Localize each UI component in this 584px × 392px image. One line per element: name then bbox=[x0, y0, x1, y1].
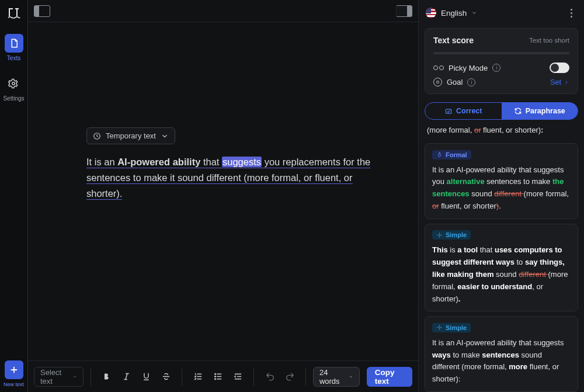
picky-mode-label: Picky Mode bbox=[449, 64, 488, 72]
info-icon[interactable]: i bbox=[467, 78, 475, 86]
target-icon bbox=[433, 78, 442, 86]
format-group bbox=[98, 368, 175, 386]
badge-formal: Formal bbox=[432, 150, 471, 159]
suggestion-text: It is an AI-powered ability that suggest… bbox=[432, 164, 571, 213]
right-panel: English Text score Text too short Picky … bbox=[418, 0, 584, 392]
suggestion-card-simple-1[interactable]: Simple This is a tool that uses computer… bbox=[425, 224, 578, 311]
score-progress-bar bbox=[433, 52, 569, 54]
strikethrough-button[interactable] bbox=[157, 368, 175, 386]
gear-icon bbox=[4, 74, 23, 93]
svg-point-4 bbox=[214, 379, 215, 380]
unordered-list-button[interactable] bbox=[209, 368, 227, 386]
svg-rect-5 bbox=[446, 109, 451, 113]
goal-label: Goal bbox=[447, 78, 463, 86]
document-icon bbox=[5, 34, 23, 53]
refresh-icon bbox=[514, 107, 522, 115]
svg-point-6 bbox=[439, 234, 440, 236]
svg-point-7 bbox=[439, 327, 440, 328]
editor-area: Temporary text It is an AI-powered abili… bbox=[28, 0, 418, 392]
tab-correct[interactable]: Correct bbox=[425, 103, 502, 119]
suggestion-text: It is an AI-powered ability that suggest… bbox=[432, 337, 571, 386]
right-topbar: English bbox=[419, 0, 584, 26]
underline-button[interactable] bbox=[137, 368, 155, 386]
chevron-down-icon bbox=[72, 374, 77, 380]
arrows-in-icon bbox=[436, 232, 443, 238]
glasses-icon bbox=[433, 65, 444, 70]
list-group bbox=[189, 368, 246, 386]
suggestions-list: (more formal, or fluent, or shorter): Fo… bbox=[419, 124, 584, 392]
language-selector[interactable]: English bbox=[426, 8, 477, 18]
text-score-card: Text score Text too short Picky Mode i G… bbox=[425, 28, 578, 94]
chevron-down-icon bbox=[349, 374, 353, 380]
chevron-down-icon bbox=[471, 10, 477, 16]
chevron-right-icon bbox=[564, 79, 569, 85]
text-score-title: Text score bbox=[433, 36, 474, 45]
editor-content[interactable]: It is an AI-powered ability that suggest… bbox=[86, 154, 383, 202]
redo-button[interactable] bbox=[281, 368, 298, 386]
set-goal-link[interactable]: Set bbox=[550, 78, 569, 86]
new-text-label: New text bbox=[4, 381, 24, 387]
suggestion-card-formal[interactable]: Formal It is an AI-powered ability that … bbox=[425, 143, 578, 219]
text-selection: suggests bbox=[222, 157, 262, 167]
copy-text-button[interactable]: Copy text bbox=[367, 367, 412, 387]
rail-label: Texts bbox=[7, 55, 20, 61]
suggestion-card-simple-2[interactable]: Simple It is an AI-powered ability that … bbox=[425, 316, 578, 392]
picky-mode-toggle[interactable] bbox=[550, 63, 569, 73]
badge-simple: Simple bbox=[432, 323, 471, 332]
divider bbox=[182, 368, 182, 386]
divider bbox=[91, 368, 91, 386]
toggle-left-panel-icon[interactable] bbox=[34, 5, 50, 17]
rail-label: Settings bbox=[3, 95, 24, 102]
editor-topbar bbox=[28, 0, 418, 22]
undo-button[interactable] bbox=[261, 368, 279, 386]
arrows-in-icon bbox=[436, 324, 443, 331]
document-title: Temporary text bbox=[106, 131, 156, 140]
new-text-button[interactable] bbox=[5, 360, 23, 379]
svg-point-3 bbox=[214, 376, 215, 377]
flag-us-icon bbox=[426, 8, 436, 18]
chevron-down-icon bbox=[161, 132, 169, 140]
info-icon[interactable]: i bbox=[492, 64, 500, 72]
toggle-right-panel-icon[interactable] bbox=[396, 5, 412, 17]
document-title-chip[interactable]: Temporary text bbox=[86, 127, 175, 144]
bold-button[interactable] bbox=[98, 368, 115, 386]
tab-paraphrase[interactable]: Paraphrase bbox=[502, 103, 578, 119]
divider bbox=[305, 368, 306, 386]
bottom-toolbar: Select text 24 words Copy text bbox=[28, 360, 418, 392]
divider bbox=[253, 368, 254, 386]
svg-point-0 bbox=[12, 82, 15, 85]
suggestion-text: This is a tool that uses computers to su… bbox=[432, 244, 571, 305]
badge-simple: Simple bbox=[432, 230, 471, 240]
italic-button[interactable] bbox=[117, 368, 135, 386]
tie-icon bbox=[436, 151, 443, 158]
ordered-list-button[interactable] bbox=[189, 368, 207, 386]
select-text-dropdown[interactable]: Select text bbox=[34, 367, 84, 387]
more-menu-button[interactable] bbox=[565, 9, 577, 18]
svg-point-2 bbox=[214, 373, 215, 374]
rail-item-texts[interactable]: Texts bbox=[5, 34, 23, 61]
suggestion-fragment: (more formal, or fluent, or shorter): bbox=[425, 124, 578, 138]
clock-icon bbox=[93, 132, 101, 140]
history-group bbox=[261, 368, 298, 386]
editor-body[interactable]: Temporary text It is an AI-powered abili… bbox=[28, 22, 418, 360]
text-score-note: Text too short bbox=[529, 37, 569, 44]
left-rail: Texts Settings New text bbox=[0, 0, 28, 392]
check-badge-icon bbox=[444, 107, 453, 115]
word-count-dropdown[interactable]: 24 words bbox=[313, 367, 360, 387]
rail-item-settings[interactable]: Settings bbox=[3, 74, 24, 102]
outdent-button[interactable] bbox=[229, 368, 246, 386]
app-logo bbox=[6, 5, 22, 21]
mode-tabs: Correct Paraphrase bbox=[425, 102, 578, 120]
